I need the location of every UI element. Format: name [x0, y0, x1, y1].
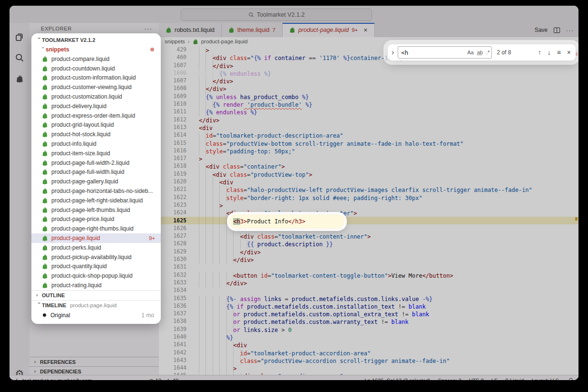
editor-tab[interactable]: product-page.liquid9+× [283, 23, 375, 37]
file-row[interactable]: product-page.liquid9+ [31, 233, 161, 243]
code-line[interactable]: 1635 {%- assign links = product.metafiel… [159, 294, 578, 302]
code-line[interactable]: 1608 </div> [159, 84, 578, 92]
code-line[interactable]: 1612</div> [159, 116, 578, 123]
code-line[interactable]: 1633 </div> [159, 279, 578, 286]
file-row[interactable]: product-page-gallery.liquid [31, 177, 161, 186]
window-title-pill[interactable]: Toolmarket V2.1.2 [181, 9, 372, 21]
file-row[interactable]: product-info.liquid [31, 139, 161, 149]
line-number[interactable]: 429 [159, 46, 186, 53]
shopify-extension-icon[interactable] [10, 71, 29, 86]
file-row[interactable]: product-customization.liquid [31, 92, 161, 101]
code-line[interactable]: 1641 <div [159, 341, 578, 348]
line-number[interactable]: 1616 [159, 147, 186, 154]
match-case-icon[interactable]: Aa [467, 50, 473, 55]
explorer-more-actions-icon[interactable]: ··· [144, 25, 152, 32]
code-line[interactable]: 1626 <div class="toolmarket-content"> [159, 224, 578, 232]
breadcrumb-folder[interactable]: snippets [165, 39, 185, 44]
explorer-icon[interactable] [10, 30, 29, 44]
line-number[interactable]: 1627 [159, 232, 186, 240]
line-number[interactable]: 1632 [159, 271, 186, 279]
line-number[interactable]: 1643 [159, 356, 186, 364]
file-row[interactable]: product-express-order-item.liquid [31, 111, 161, 121]
find-in-selection-icon[interactable]: ≡ [557, 49, 561, 56]
code-line[interactable]: 1625 <h3>Product Info</h3> [159, 217, 578, 224]
references-section-header[interactable]: › REFERENCES [29, 357, 159, 366]
line-number[interactable]: 1635 [159, 294, 186, 302]
code-line[interactable]: 1634 [159, 286, 578, 294]
code-editor[interactable]: 429 >460 <div class="{% if container == … [159, 46, 578, 380]
regex-icon[interactable]: .* [486, 50, 490, 55]
code-line[interactable]: 1623 > [159, 201, 578, 209]
code-line[interactable]: 1613<div [159, 123, 578, 131]
file-row[interactable]: product-compare.liquid [31, 54, 161, 64]
code-line[interactable]: 1607 </div> [159, 77, 578, 84]
line-number[interactable]: 1607 [159, 77, 186, 84]
line-number[interactable]: 1642 [159, 349, 186, 356]
line-number[interactable]: 1634 [159, 286, 186, 294]
file-row[interactable]: product-pickup-availability.liquid [31, 252, 161, 262]
code-line[interactable]: 1629 </div> [159, 248, 578, 255]
line-number[interactable]: 1606 [159, 69, 186, 77]
line-number[interactable]: 1633 [159, 279, 186, 286]
line-number[interactable]: 1609 [159, 92, 186, 100]
file-row[interactable]: product-grid-layout.liquid [31, 121, 161, 130]
code-line[interactable]: 1627 <div class="toolmarket-content-inne… [159, 232, 578, 240]
line-number[interactable]: 1622 [159, 193, 186, 201]
folder-row-snippets[interactable]: › snippets [31, 45, 161, 54]
line-number[interactable]: 1630 [159, 255, 186, 263]
line-number[interactable]: 1628 [159, 240, 186, 247]
code-line[interactable]: 1618 <div class="container"> [159, 162, 578, 170]
line-number[interactable]: 1637 [159, 310, 186, 317]
file-row[interactable]: product-page-full-width-2.liquid [31, 158, 161, 168]
file-row[interactable]: product-page-left-right-sidebar.liquid [31, 196, 161, 205]
code-line[interactable]: 1607 </div> [159, 61, 578, 69]
line-number[interactable]: 1612 [159, 116, 186, 123]
code-line[interactable]: 1644 > [159, 364, 578, 372]
file-row[interactable]: product-item-size.liquid [31, 149, 161, 158]
line-number[interactable]: 460 [159, 53, 186, 61]
line-number[interactable]: 1610 [159, 100, 186, 108]
line-number[interactable]: 1619 [159, 170, 186, 178]
file-row[interactable]: product-quick-shop-popup.liquid [31, 271, 161, 281]
code-line[interactable]: 1642 id="toolmarket-product-accordion-ar… [159, 349, 578, 356]
file-row[interactable]: product-page-price.liquid [31, 215, 161, 224]
code-line[interactable]: 1630 </div> [159, 255, 578, 263]
code-line[interactable]: 1639 or links.size > 0 [159, 325, 578, 333]
split-editor-icon[interactable] [553, 27, 560, 34]
code-line[interactable]: 1624 <div class="toolmarket-content-oute… [159, 209, 578, 216]
line-number[interactable]: 1607 [159, 61, 186, 69]
whole-word-icon[interactable]: ab [477, 50, 483, 55]
code-line[interactable]: 1614 id="toolmarket-product-description-… [159, 131, 578, 139]
line-number[interactable]: 1608 [159, 84, 186, 92]
line-number[interactable]: 1638 [159, 317, 186, 325]
file-row[interactable]: product-customer-viewing.liquid [31, 82, 161, 92]
code-line[interactable]: 1643 class="productView-accordion scroll… [159, 356, 578, 364]
line-number[interactable]: 1614 [159, 131, 186, 139]
line-number[interactable]: 1636 [159, 302, 186, 310]
line-number[interactable]: 1624 [159, 209, 186, 216]
outline-section-header[interactable]: › OUTLINE [31, 290, 161, 300]
file-row[interactable]: product-hot-stock.liquid [31, 130, 161, 139]
line-number[interactable]: 1618 [159, 162, 186, 170]
close-find-icon[interactable]: × [567, 49, 571, 56]
more-actions-icon[interactable]: ··· [566, 27, 574, 34]
code-line[interactable]: 1611 {% endunless %} [159, 108, 578, 115]
line-number[interactable]: 1631 [159, 263, 186, 271]
file-row[interactable]: product-countdown.liquid [31, 64, 161, 73]
previous-match-icon[interactable]: ↑ [538, 49, 541, 56]
code-line[interactable]: 1622 style="border-right: 1px solid #eee… [159, 193, 578, 201]
code-line[interactable]: 1620 <div [159, 178, 578, 185]
code-line[interactable]: 1617> [159, 154, 578, 162]
workspace-root-row[interactable]: › TOOLMARKET V2.1.2 [31, 35, 161, 45]
find-input[interactable] [398, 49, 458, 56]
code-line[interactable]: 1638 or product.metafields.custom.warran… [159, 317, 578, 325]
search-sidebar-icon[interactable] [10, 50, 29, 65]
dependencies-section-header[interactable]: › DEPENDENCIES [29, 366, 159, 376]
code-line[interactable]: 1606 {% endunless %} [159, 69, 578, 77]
line-number[interactable]: 1615 [159, 139, 186, 147]
code-line[interactable]: 1609 {% unless has_product_combo %} [159, 92, 578, 100]
code-line[interactable]: 1621 class="halo-productView-left produc… [159, 185, 578, 193]
close-tab-icon[interactable]: × [363, 26, 367, 34]
file-row[interactable]: product-perks.liquid [31, 243, 161, 252]
toggle-replace-icon[interactable]: › [392, 48, 394, 57]
